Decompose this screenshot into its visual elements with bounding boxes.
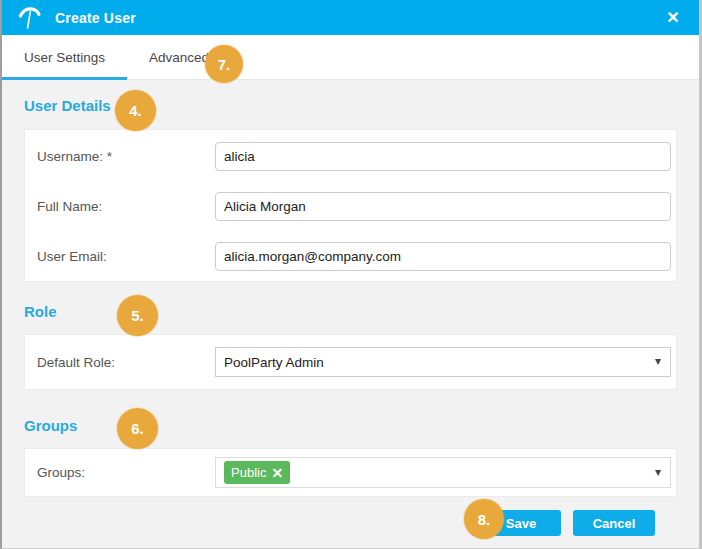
user-email-field[interactable] [215, 242, 671, 271]
groups-row: Groups: Public ✕ ▾ [37, 457, 676, 488]
username-row: Username: * [37, 142, 676, 171]
step-badge-4: 4. [115, 90, 156, 131]
default-role-row: Default Role: PoolParty Admin ▾ [37, 347, 676, 377]
full-name-row: Full Name: [37, 192, 676, 221]
dialog-footer: Save Cancel [24, 510, 677, 536]
full-name-field[interactable] [215, 192, 671, 221]
step-badge-5: 5. [117, 295, 158, 336]
tab-bar: User Settings Advanced [2, 35, 699, 80]
username-label: Username: * [37, 149, 215, 164]
user-details-panel: Username: * Full Name: User Email: [24, 129, 677, 282]
dialog-title: Create User [55, 10, 136, 26]
chevron-down-icon: ▾ [655, 354, 661, 368]
dialog-header: Create User ✕ [2, 0, 699, 35]
close-icon[interactable]: ✕ [661, 6, 685, 30]
chevron-down-icon: ▾ [655, 465, 661, 479]
username-field[interactable] [215, 142, 671, 171]
cancel-button[interactable]: Cancel [573, 510, 655, 536]
role-panel: Default Role: PoolParty Admin ▾ [24, 334, 677, 390]
default-role-selected-value: PoolParty Admin [224, 355, 324, 370]
create-user-dialog: Create User ✕ User Settings Advanced Use… [0, 0, 702, 549]
groups-label: Groups: [37, 465, 215, 480]
group-tag-label: Public [231, 465, 266, 480]
poolparty-umbrella-icon [17, 5, 42, 31]
group-tag-public[interactable]: Public ✕ [224, 461, 290, 484]
step-badge-6: 6. [117, 408, 158, 449]
user-email-label: User Email: [37, 249, 215, 264]
groups-multiselect[interactable]: Public ✕ ▾ [215, 457, 671, 488]
user-email-row: User Email: [37, 242, 676, 271]
default-role-select[interactable]: PoolParty Admin ▾ [215, 347, 671, 377]
full-name-label: Full Name: [37, 199, 215, 214]
groups-panel: Groups: Public ✕ ▾ [24, 448, 677, 497]
tab-user-settings[interactable]: User Settings [2, 35, 127, 80]
step-badge-8: 8. [464, 499, 504, 539]
default-role-label: Default Role: [37, 355, 215, 370]
remove-tag-icon[interactable]: ✕ [271, 466, 283, 480]
dialog-content: User Details Username: * Full Name: User… [2, 96, 699, 536]
step-badge-7: 7. [205, 45, 243, 83]
